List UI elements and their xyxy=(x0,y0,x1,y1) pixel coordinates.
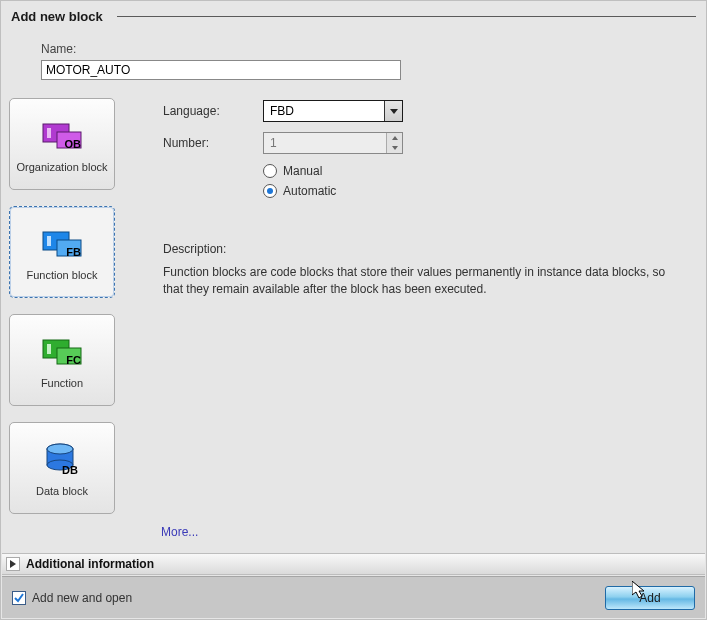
language-row: Language: FBD xyxy=(163,100,698,122)
name-input[interactable] xyxy=(41,60,401,80)
mode-manual-label: Manual xyxy=(283,164,322,178)
description-text: Function blocks are code blocks that sto… xyxy=(163,264,686,298)
svg-text:DB: DB xyxy=(62,464,78,476)
number-spinner[interactable]: 1 xyxy=(263,132,403,154)
svg-text:OB: OB xyxy=(65,138,82,150)
block-type-ob[interactable]: OB Organization block xyxy=(9,98,115,190)
chevron-right-icon xyxy=(6,557,20,571)
db-icon: DB xyxy=(44,439,80,479)
fc-label: Function xyxy=(37,377,87,390)
fb-icon: FB xyxy=(41,223,83,263)
name-label: Name: xyxy=(41,42,676,56)
separator xyxy=(117,16,696,17)
svg-point-15 xyxy=(47,444,73,454)
more-link[interactable]: More... xyxy=(161,525,198,539)
fc-icon: FC xyxy=(41,331,83,371)
svg-text:FB: FB xyxy=(66,246,81,258)
main-area: OB Organization block FB Function block xyxy=(1,94,706,522)
dialog-header: Add new block xyxy=(1,1,706,36)
spinner-up-icon[interactable] xyxy=(387,133,402,143)
mode-automatic-row[interactable]: Automatic xyxy=(263,184,698,198)
ob-label: Organization block xyxy=(12,161,111,174)
number-value: 1 xyxy=(264,136,386,150)
mode-manual-row[interactable]: Manual xyxy=(263,164,698,178)
svg-marker-17 xyxy=(10,560,16,568)
name-area: Name: xyxy=(1,36,706,94)
add-button-label: Add xyxy=(639,591,660,605)
chevron-down-icon xyxy=(384,101,402,121)
dialog-footer: Add new and open Add xyxy=(2,576,705,618)
db-label: Data block xyxy=(32,485,92,498)
svg-rect-6 xyxy=(47,236,51,246)
mode-automatic-label: Automatic xyxy=(283,184,336,198)
svg-text:FC: FC xyxy=(66,354,81,366)
number-row: Number: 1 xyxy=(163,132,698,154)
description-label: Description: xyxy=(163,242,686,256)
checkbox-icon[interactable] xyxy=(12,591,26,605)
language-combo[interactable]: FBD xyxy=(263,100,403,122)
spinner-buttons xyxy=(386,133,402,153)
block-type-db[interactable]: DB Data block xyxy=(9,422,115,514)
dialog-add-new-block: Add new block Name: OB Organization bloc… xyxy=(0,0,707,620)
additional-info-expander[interactable]: Additional information xyxy=(2,553,705,575)
ob-icon: OB xyxy=(41,115,83,155)
block-type-fc[interactable]: FC Function xyxy=(9,314,115,406)
dialog-title: Add new block xyxy=(11,9,103,24)
block-type-fb[interactable]: FB Function block xyxy=(9,206,115,298)
fb-label: Function block xyxy=(23,269,102,282)
properties-panel: Language: FBD Number: 1 Manual xyxy=(125,94,698,522)
radio-selected-icon xyxy=(263,184,277,198)
spinner-down-icon[interactable] xyxy=(387,143,402,153)
language-value: FBD xyxy=(264,104,384,118)
description-block: Description: Function blocks are code bl… xyxy=(163,242,698,298)
svg-rect-2 xyxy=(47,128,51,138)
expander-label: Additional information xyxy=(26,557,154,571)
svg-rect-10 xyxy=(47,344,51,354)
block-type-list: OB Organization block FB Function block xyxy=(9,94,125,522)
radio-icon xyxy=(263,164,277,178)
language-label: Language: xyxy=(163,104,263,118)
add-button[interactable]: Add xyxy=(605,586,695,610)
number-label: Number: xyxy=(163,136,263,150)
add-and-open-label: Add new and open xyxy=(32,591,132,605)
